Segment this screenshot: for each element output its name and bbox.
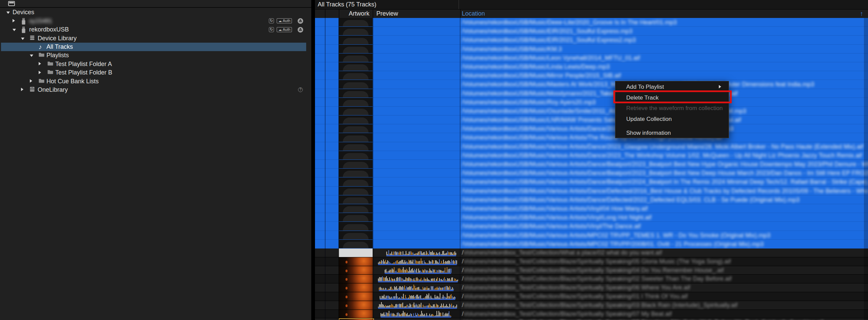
cloud-auth-badge[interactable]: ☁ Auth bbox=[277, 18, 292, 23]
waveform-preview bbox=[376, 267, 459, 274]
artwork-placeholder bbox=[339, 204, 373, 213]
cloud-icon: ☁ bbox=[278, 19, 283, 23]
track-row[interactable]: /Volumes/rekordbox_Test/Collection/Blaze… bbox=[315, 292, 868, 301]
sidebar-item-test-playlist-folder-b[interactable]: Test Playlist Folder B bbox=[0, 68, 311, 77]
track-row-selected[interactable]: /Volumes/rekordboxUSB/Music/Various Arti… bbox=[315, 187, 868, 195]
artwork-thumbnail bbox=[339, 249, 373, 257]
track-location: /Volumes/rekordboxUSB/Music/KM.3 bbox=[462, 45, 562, 54]
sync-icon[interactable]: ↻ bbox=[269, 18, 274, 23]
track-location: /Volumes/rekordboxUSB/Music/EIR/2021_Sou… bbox=[462, 36, 636, 44]
track-row-selected[interactable]: /Volumes/rekordboxUSB/Music/Various Arti… bbox=[315, 213, 868, 222]
track-row-selected[interactable]: /Volumes/rekordboxUSB/Music/Linda Lewis/… bbox=[315, 62, 868, 71]
track-row-selected[interactable]: /Volumes/rekordboxUSB/Music/Deee-Lite/20… bbox=[315, 18, 868, 27]
location-path: Volumes/rekordbox_Test/Collection/Blaze/… bbox=[463, 302, 737, 308]
sidebar-item-devices[interactable]: Devices bbox=[0, 8, 311, 17]
track-location: /Volumes/rekordboxUSB/Music/Mirror Peopl… bbox=[462, 71, 621, 80]
sidebar-item-label: Hot Cue Bank Lists bbox=[46, 77, 99, 86]
track-row-selected[interactable]: /Volumes/rekordboxUSB/Music/Masters At W… bbox=[315, 80, 868, 89]
track-row-selected[interactable]: /Volumes/rekordboxUSB/Music/Various Arti… bbox=[315, 222, 868, 231]
track-row-selected[interactable]: /Volumes/rekordboxUSB/Music/Osunlade/Smi… bbox=[315, 107, 868, 115]
track-row-selected[interactable]: /Volumes/rekordboxUSB/Music/LNR/MAW Pres… bbox=[315, 115, 868, 124]
track-row[interactable]: /Volumes/rekordbox_Test/Collection/Blaze… bbox=[315, 283, 868, 292]
sort-ascending-icon[interactable]: ↑ bbox=[860, 9, 864, 18]
track-row-selected[interactable]: /Volumes/rekordboxUSB/Music/Various Arti… bbox=[315, 160, 868, 169]
track-row-selected[interactable]: /Volumes/rekordboxUSB/Music/Mirror Peopl… bbox=[315, 71, 868, 80]
sidebar-item-hot-cue-bank-lists[interactable]: Hot Cue Bank Lists bbox=[0, 77, 311, 86]
track-row-selected[interactable]: /Volumes/rekordboxUSB/Music/Various Arti… bbox=[315, 133, 868, 142]
chevron-down-icon[interactable] bbox=[6, 12, 10, 14]
sync-icon[interactable]: ↻ bbox=[269, 27, 274, 32]
sidebar-item-onelibrary[interactable]: OneLibrary? bbox=[0, 86, 311, 94]
track-row-selected[interactable]: /Volumes/rekordboxUSB/Music/Roy Ayers20.… bbox=[315, 98, 868, 107]
track-row[interactable]: /Volumes/rekordbox_Test/Collection/Blaze… bbox=[315, 266, 868, 275]
chevron-right-icon[interactable] bbox=[39, 71, 41, 74]
track-row-focused[interactable]: /Volumes/rekordbox_Test/Collection/Blaze… bbox=[315, 318, 868, 320]
track-row[interactable]: /Volumes/rekordbox_Test/Collection/Blaze… bbox=[315, 310, 868, 319]
artwork-thumbnail bbox=[339, 310, 373, 318]
artwork-disc-icon bbox=[343, 56, 369, 62]
menu-item-update-collection[interactable]: Update Collection bbox=[615, 114, 729, 124]
track-row-selected[interactable]: /Volumes/rekordboxUSB/Music/Various Arti… bbox=[315, 177, 868, 186]
chevron-right-icon[interactable] bbox=[13, 19, 15, 22]
sidebar-item-playlists[interactable]: Playlists bbox=[0, 51, 311, 60]
artwork-placeholder bbox=[339, 142, 373, 151]
track-row[interactable]: /Volumes/rekordbox_Test/Collection/What … bbox=[315, 249, 868, 257]
eject-icon[interactable] bbox=[297, 18, 303, 24]
sidebar-item-device-masked[interactable]: sy15481↻☁ Auth bbox=[0, 17, 311, 25]
track-row-selected[interactable]: /Volumes/rekordboxUSB/Music/Various Arti… bbox=[315, 169, 868, 177]
track-row-selected[interactable]: /Volumes/rekordboxUSB/Music/EIR/2021_Sou… bbox=[315, 36, 868, 44]
track-row-selected[interactable]: /Volumes/rekordboxUSB/Music/Various Arti… bbox=[315, 151, 868, 160]
artwork-placeholder bbox=[339, 195, 373, 204]
menu-item-show-information[interactable]: Show information bbox=[615, 128, 729, 138]
sidebar-item-label: rekordboxUSB bbox=[29, 25, 69, 34]
cloud-auth-badge[interactable]: ☁ Auth bbox=[277, 27, 292, 32]
chevron-down-icon[interactable] bbox=[13, 29, 16, 31]
chevron-down-icon[interactable] bbox=[30, 55, 33, 57]
sidebar-item-test-playlist-folder-a[interactable]: Test Playlist Folder A bbox=[0, 60, 311, 68]
artwork-disc-icon bbox=[343, 47, 369, 53]
track-row-selected[interactable]: /Volumes/rekordboxUSB/Music/Various Arti… bbox=[315, 240, 868, 249]
panel-toggle-icon[interactable] bbox=[8, 1, 15, 6]
scrollbar-track[interactable] bbox=[864, 18, 868, 320]
sidebar-item-rekordbox-usb[interactable]: rekordboxUSB↻☁ Auth bbox=[0, 25, 311, 34]
track-row-selected[interactable]: /Volumes/rekordboxUSB/Music/Leon Vynehal… bbox=[315, 54, 868, 62]
artwork-placeholder bbox=[339, 27, 373, 35]
track-row-selected[interactable]: /Volumes/rekordboxUSB/Music/Various Arti… bbox=[315, 124, 868, 133]
column-header-location[interactable]: Location bbox=[462, 9, 485, 18]
sidebar-item-all-tracks[interactable]: ♪All Tracks bbox=[1, 43, 306, 51]
track-location: /Volumes/rekordboxUSB/Music/Various Arti… bbox=[462, 177, 868, 186]
track-row-selected[interactable]: /Volumes/rekordboxUSB/Music/Various Arti… bbox=[315, 204, 868, 213]
column-header-preview[interactable]: Preview bbox=[376, 9, 398, 18]
chevron-right-icon[interactable] bbox=[39, 62, 41, 65]
track-row-selected[interactable]: /Volumes/rekordboxUSB/Music/KM.3 bbox=[315, 45, 868, 54]
artwork-disc-icon bbox=[343, 189, 369, 195]
track-row-selected[interactable]: /Volumes/rekordboxUSB/Music/Various Arti… bbox=[315, 231, 868, 240]
chevron-down-icon[interactable] bbox=[21, 38, 24, 40]
track-row-selected[interactable]: /Volumes/rekordboxUSB/Music/Various Arti… bbox=[315, 142, 868, 151]
track-row[interactable]: /Volumes/rekordbox_Test/Collection/Blaze… bbox=[315, 301, 868, 310]
help-icon[interactable]: ? bbox=[298, 87, 303, 92]
artwork-disc-icon bbox=[343, 126, 369, 133]
chevron-right-icon[interactable] bbox=[30, 79, 32, 83]
app-window: Devicessy15481↻☁ AuthrekordboxUSB↻☁ Auth… bbox=[0, 0, 868, 320]
menu-item-retrieve-waveform[interactable]: Retrieve the waveform from collection bbox=[615, 103, 729, 113]
track-location: /Volumes/rekordboxUSB/Music/Various Arti… bbox=[462, 222, 641, 231]
sidebar-item-device-library[interactable]: Device Library bbox=[0, 34, 311, 43]
track-location: /Volumes/rekordboxUSB/Music/Various Arti… bbox=[462, 169, 868, 177]
chevron-right-icon[interactable] bbox=[21, 88, 23, 91]
column-header-artwork[interactable]: Artwork bbox=[342, 9, 376, 18]
track-location: /Volumes/rekordboxUSB/Music/Roy Ayers20.… bbox=[462, 98, 596, 107]
track-row-selected[interactable]: /Volumes/rekordboxUSB/Music/Various Arti… bbox=[315, 195, 868, 204]
artwork-thumbnail bbox=[339, 275, 373, 283]
header-separator bbox=[325, 9, 326, 18]
column-separator bbox=[338, 18, 339, 320]
track-row-selected[interactable]: /Volumes/rekordboxUSB/Music/EIR/2021_Sou… bbox=[315, 27, 868, 36]
sidebar-item-label: Devices bbox=[13, 8, 34, 17]
location-path: Volumes/rekordbox_Test/Collection/Blaze/… bbox=[463, 284, 690, 291]
location-path: Volumes/rekordbox_Test/Collection/What a… bbox=[463, 249, 662, 256]
track-row[interactable]: /Volumes/rekordbox_Test/Collection/Blaze… bbox=[315, 257, 868, 266]
artwork-thumbnail bbox=[339, 292, 373, 301]
track-row[interactable]: /Volumes/rekordbox_Test/Collection/Blaze… bbox=[315, 275, 868, 283]
track-row-selected[interactable]: /Volumes/rekordboxUSB/Music/Moodymann/20… bbox=[315, 89, 868, 98]
eject-icon[interactable] bbox=[297, 27, 303, 33]
